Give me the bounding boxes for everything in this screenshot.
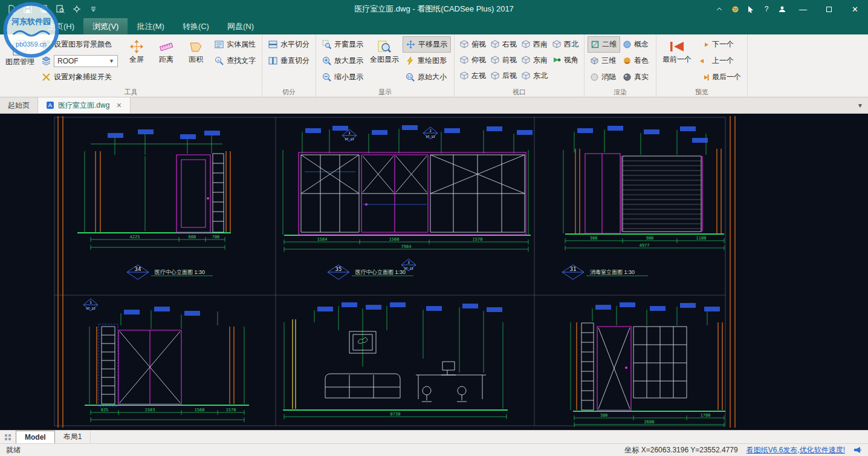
view-angle-button[interactable]: 视角 — [550, 52, 581, 68]
cube-icon — [491, 71, 499, 80]
view-southwest-button[interactable]: 西南 — [519, 36, 550, 52]
tab-layout1[interactable]: 布局1 — [55, 431, 91, 443]
view-back-button[interactable]: 后视 — [488, 68, 519, 83]
combo-arrow-icon: ▼ — [109, 58, 114, 64]
print-button[interactable] — [39, 3, 50, 15]
titlebar-right: ? — ✕ — [711, 0, 868, 18]
cube-icon — [491, 56, 499, 64]
title-bar: 医疗室立面.dwg - 看图纸(CADSee Plus) 2017 ? — ✕ — [0, 0, 868, 18]
marker-number: 2 — [429, 128, 432, 132]
first-preview-button[interactable]: 最前一个 — [659, 36, 695, 65]
pan-button[interactable]: 平移显示 — [403, 36, 451, 53]
close-button[interactable]: ✕ — [842, 0, 868, 18]
find-text-button[interactable]: A 查找文字 — [212, 53, 259, 69]
view-caption: 医疗中心立面图 1:30 — [355, 269, 406, 275]
render-3d-button[interactable]: 三维 — [588, 53, 620, 69]
last-preview-button[interactable]: 最后一个 — [696, 69, 744, 85]
snap-toggle-button[interactable]: 设置对象捕捉开关 — [39, 69, 121, 85]
qat-customize-button[interactable] — [88, 3, 99, 15]
view-bottom-button[interactable]: 仰视 — [458, 52, 488, 68]
tab-view[interactable]: 浏览(V) — [83, 18, 128, 34]
view-right-button[interactable]: 右视 — [488, 36, 519, 52]
view-southeast-button[interactable]: 东南 — [519, 52, 550, 68]
help-button[interactable]: ? — [759, 0, 774, 18]
ribbon-group-preview: 最前一个 下一个 上一个 最后一个 预览 — [656, 34, 748, 97]
settings-button[interactable] — [71, 3, 82, 15]
dimension-total: 4977 — [640, 243, 650, 248]
view-angle-icon — [552, 56, 561, 64]
fullscreen-button[interactable]: 全屏 — [123, 36, 151, 65]
tab-list-dropdown[interactable]: ▼ — [852, 97, 868, 113]
close-tab-icon[interactable]: ✕ — [116, 102, 121, 109]
print-preview-button[interactable] — [55, 3, 66, 15]
chevron-up-icon — [716, 7, 722, 11]
render-concept-button[interactable]: 概念 — [620, 36, 653, 53]
view-northwest-button[interactable]: 西北 — [550, 36, 581, 52]
cube-icon — [522, 40, 530, 48]
group-label-preview: 预览 — [656, 88, 747, 97]
sheet-nav-button[interactable] — [0, 431, 16, 443]
group-label-viewport: 视口 — [455, 88, 584, 97]
layer-select[interactable]: ROOF▼ — [54, 55, 118, 67]
prev-arrow-icon — [699, 57, 709, 65]
pointer-mode-button[interactable] — [743, 0, 759, 18]
render-realistic-button[interactable]: 真实 — [620, 69, 653, 85]
view-top-button[interactable]: 俯视 — [458, 36, 488, 52]
background-color-button[interactable]: 设置图形背景颜色 — [39, 36, 121, 53]
minimize-button[interactable]: — — [790, 0, 816, 18]
render-shaded-button[interactable]: 着色 — [620, 53, 653, 69]
original-size-button[interactable]: 1:1 原始大小 — [403, 69, 451, 85]
dimension: 1570 — [473, 237, 483, 242]
tab-convert[interactable]: 转换(C) — [173, 18, 218, 34]
user-icon — [779, 5, 786, 13]
view-left-button[interactable]: 左视 — [458, 68, 488, 83]
account-button[interactable] — [774, 0, 790, 18]
new-file-button[interactable] — [6, 3, 17, 15]
zoom-in-button[interactable]: 放大显示 — [319, 53, 366, 69]
redraw-button[interactable]: 重绘图形 — [403, 53, 451, 69]
dimension: 380 — [600, 413, 608, 418]
window-zoom-button[interactable]: 开窗显示 — [319, 36, 366, 53]
prev-preview-button[interactable]: 上一个 — [696, 53, 744, 69]
cad-drawing: 34 35 31 1 XT-13 2 XT-13 3 XT-13 1 XT-13… — [0, 114, 868, 430]
save-button[interactable] — [22, 3, 33, 15]
zoom-out-button[interactable]: 缩小显示 — [319, 69, 366, 85]
tab-cloud[interactable]: 网盘(N) — [218, 18, 263, 34]
tab-home[interactable]: 主页(H) — [39, 18, 83, 34]
announcement-icon[interactable] — [853, 446, 862, 454]
dimension: 1560 — [195, 408, 205, 412]
horizontal-split-button[interactable]: 水平切分 — [265, 36, 313, 53]
vertical-split-button[interactable]: 垂直切分 — [265, 53, 313, 69]
layers-icon — [42, 56, 51, 65]
dimension: 1700 — [701, 413, 711, 418]
app-window: 医疗室立面.dwg - 看图纸(CADSee Plus) 2017 ? — ✕ … — [0, 0, 868, 456]
layer-manager-icon — [11, 39, 28, 56]
area-button[interactable]: 面积 — [182, 36, 210, 65]
zoom-all-button[interactable]: 全图显示 — [368, 36, 401, 65]
layer-manager-button[interactable]: 图层管理 — [3, 36, 37, 67]
theme-icon — [731, 5, 739, 13]
tab-start-page[interactable]: 起始页 — [0, 97, 37, 113]
marker-sub: XT-13 — [86, 307, 95, 310]
next-preview-button[interactable]: 下一个 — [696, 36, 744, 53]
collapse-ribbon-button[interactable] — [711, 0, 727, 18]
tab-document[interactable]: 医疗室立面.dwg ✕ — [37, 97, 131, 113]
distance-button[interactable]: 距离 — [152, 36, 180, 65]
maximize-button[interactable] — [816, 0, 842, 18]
view-front-button[interactable]: 前视 — [488, 52, 519, 68]
entity-properties-button[interactable]: 实体属性 — [212, 36, 259, 53]
render-hidden-button[interactable]: 消隐 — [588, 69, 620, 85]
distance-icon — [158, 39, 174, 54]
dimension: 660 — [189, 235, 196, 239]
view-northeast-button[interactable]: 东北 — [519, 68, 550, 83]
render-shaded-icon — [623, 57, 631, 65]
theme-button[interactable] — [727, 0, 743, 18]
tab-annotate[interactable]: 批注(M) — [128, 18, 173, 34]
drawing-canvas[interactable]: 34 35 31 1 XT-13 2 XT-13 3 XT-13 1 XT-13… — [0, 114, 868, 430]
ribbon-group-split: 水平切分 垂直切分 切分 — [262, 34, 316, 97]
render-2d-button[interactable]: 二维 — [588, 36, 620, 53]
original-size-icon: 1:1 — [406, 73, 415, 82]
tab-model[interactable]: Model — [16, 431, 55, 443]
render-realistic-icon — [623, 73, 631, 81]
promo-link[interactable]: 看图纸V6.6发布,优化软件速度! — [747, 445, 845, 455]
